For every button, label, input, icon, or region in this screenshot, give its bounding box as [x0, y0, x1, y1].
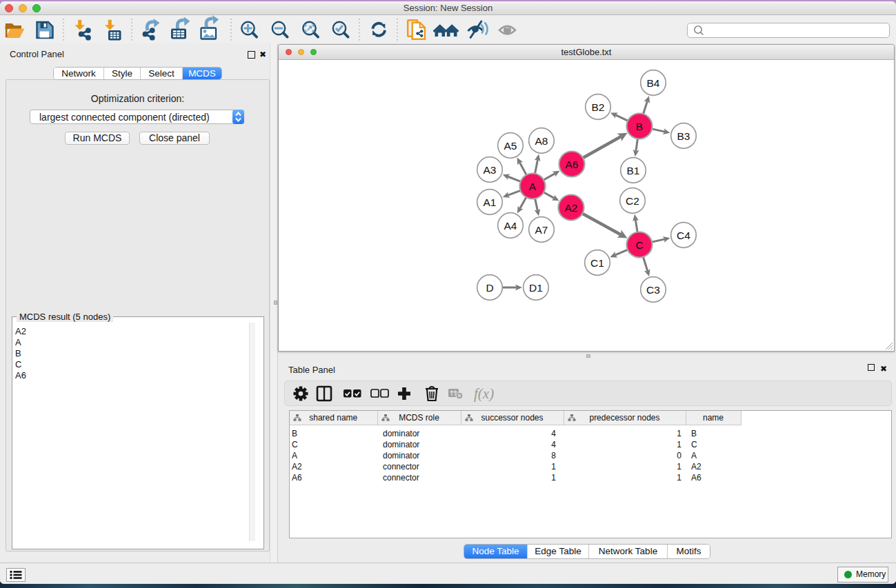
svg-text:C: C	[635, 239, 643, 251]
svg-text:A5: A5	[504, 140, 517, 152]
svg-text:B3: B3	[677, 130, 690, 142]
svg-text:B2: B2	[592, 101, 605, 113]
svg-text:C3: C3	[646, 284, 660, 296]
svg-text:A6: A6	[566, 159, 579, 170]
svg-text:B4: B4	[647, 77, 660, 89]
svg-text:A1: A1	[484, 196, 497, 208]
svg-text:A2: A2	[565, 202, 578, 214]
svg-text:A7: A7	[535, 224, 548, 236]
svg-text:C4: C4	[677, 230, 690, 241]
svg-text:B1: B1	[627, 165, 640, 176]
svg-text:A3: A3	[484, 164, 497, 176]
svg-text:C2: C2	[626, 195, 639, 207]
svg-text:D1: D1	[529, 282, 543, 294]
svg-text:D: D	[486, 282, 493, 294]
svg-text:A: A	[529, 181, 537, 192]
svg-text:f(x): f(x)	[474, 385, 494, 402]
svg-text:A4: A4	[504, 220, 517, 232]
svg-text:B: B	[636, 121, 643, 132]
svg-text:A8: A8	[535, 135, 548, 147]
svg-text:C1: C1	[590, 257, 604, 269]
